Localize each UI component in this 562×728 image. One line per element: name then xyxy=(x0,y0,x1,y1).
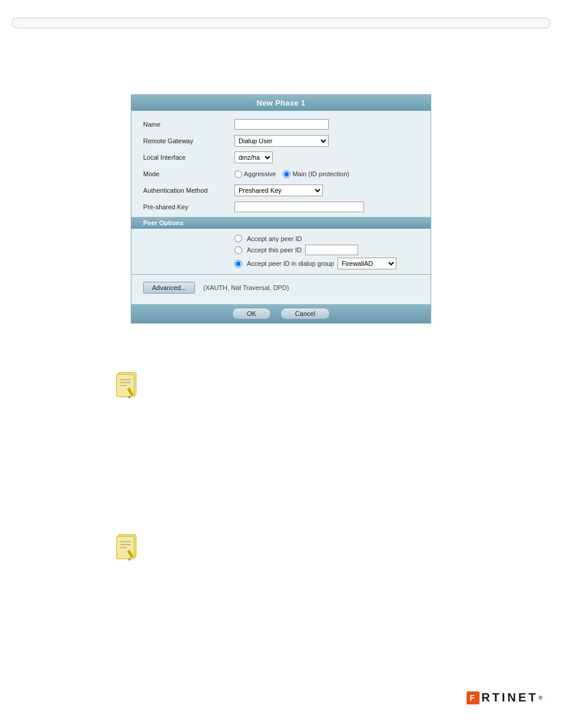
fortinet-registered: ® xyxy=(538,695,544,701)
remote-gateway-select[interactable]: Dialup User Static IP Address Dynamic DN… xyxy=(234,135,329,147)
main-content: New Phase 1 Name Remote Gateway Dialup U… xyxy=(0,35,562,335)
peer-group-row: Accept peer ID in dialup group FirewallA… xyxy=(234,258,419,269)
peer-any-option[interactable]: Accept any peer ID xyxy=(234,235,302,242)
mode-aggressive-option[interactable]: Aggressive xyxy=(234,170,276,178)
mode-main-label: Main (ID protection) xyxy=(292,170,349,177)
peer-options-group: Accept any peer ID Accept this peer ID xyxy=(143,231,419,274)
peer-group-option[interactable]: Accept peer ID in dialup group xyxy=(234,260,334,268)
peer-this-option[interactable]: Accept this peer ID xyxy=(234,246,302,254)
preshared-key-row: Pre-shared Key xyxy=(143,200,419,213)
advanced-button[interactable]: Advanced... xyxy=(143,282,195,294)
mode-aggressive-radio[interactable] xyxy=(234,170,242,178)
mode-aggressive-label: Aggressive xyxy=(244,170,276,177)
fortinet-logo: F RTINET ® xyxy=(467,691,544,704)
peer-group-label: Accept peer ID in dialup group xyxy=(247,260,334,267)
separator xyxy=(131,274,431,275)
peer-any-label: Accept any peer ID xyxy=(247,235,302,242)
note-icon-1 xyxy=(115,371,140,401)
new-phase1-dialog: New Phase 1 Name Remote Gateway Dialup U… xyxy=(131,94,431,324)
dialog-body: Name Remote Gateway Dialup User Static I… xyxy=(131,111,431,304)
auth-method-select[interactable]: Preshared Key RSA Signature DSS Signatur… xyxy=(234,185,323,196)
fortinet-text: RTINET xyxy=(481,691,538,704)
name-label: Name xyxy=(143,121,234,128)
ok-button[interactable]: OK xyxy=(232,308,271,319)
note-paper-icon-2 xyxy=(115,533,140,562)
auth-method-label: Authentication Method xyxy=(143,187,234,194)
name-input[interactable] xyxy=(234,119,329,130)
peer-any-row: Accept any peer ID xyxy=(234,235,419,242)
auth-method-row: Authentication Method Preshared Key RSA … xyxy=(143,184,419,197)
mode-main-radio[interactable] xyxy=(283,170,290,178)
fortinet-f-icon: F xyxy=(467,691,480,704)
remote-gateway-label: Remote Gateway xyxy=(143,137,234,144)
advanced-row: Advanced... (XAUTH, Nat Traversal, DPD) xyxy=(143,278,419,297)
preshared-key-input[interactable] xyxy=(234,202,364,212)
name-row: Name xyxy=(143,118,419,131)
note-icon-2 xyxy=(115,533,140,564)
local-interface-row: Local Interface dmz/ha wan1 wan2 interna… xyxy=(143,151,419,164)
mode-label: Mode xyxy=(143,170,234,177)
dialog-title: New Phase 1 xyxy=(131,95,431,111)
remote-gateway-control: Dialup User Static IP Address Dynamic DN… xyxy=(234,135,419,147)
remote-gateway-row: Remote Gateway Dialup User Static IP Add… xyxy=(143,134,419,147)
peer-options-header: Peer Options xyxy=(131,217,431,229)
mode-main-option[interactable]: Main (ID protection) xyxy=(283,170,349,178)
preshared-key-label: Pre-shared Key xyxy=(143,203,234,210)
note-paper-icon-1 xyxy=(115,371,140,400)
peer-group-radio[interactable] xyxy=(234,260,242,268)
mode-control: Aggressive Main (ID protection) xyxy=(234,170,419,178)
dialup-group-select[interactable]: FirewallAD Group1 Group2 xyxy=(338,258,396,269)
cancel-button[interactable]: Cancel xyxy=(280,308,330,319)
local-interface-select[interactable]: dmz/ha wan1 wan2 internal xyxy=(234,151,273,163)
top-border-bar xyxy=(12,18,550,28)
local-interface-label: Local Interface xyxy=(143,154,234,161)
name-control xyxy=(234,119,419,130)
peer-this-radio[interactable] xyxy=(234,246,242,254)
preshared-key-control xyxy=(234,202,419,212)
local-interface-control: dmz/ha wan1 wan2 internal xyxy=(234,151,419,163)
dialog-footer: OK Cancel xyxy=(131,304,431,323)
peer-this-label: Accept this peer ID xyxy=(247,246,302,253)
mode-row: Mode Aggressive Main (ID protection) xyxy=(143,167,419,180)
peer-this-row: Accept this peer ID xyxy=(234,245,419,255)
peer-this-input[interactable] xyxy=(305,245,358,255)
peer-any-radio[interactable] xyxy=(234,235,242,242)
advanced-note: (XAUTH, Nat Traversal, DPD) xyxy=(203,284,289,291)
auth-method-control: Preshared Key RSA Signature DSS Signatur… xyxy=(234,185,419,196)
